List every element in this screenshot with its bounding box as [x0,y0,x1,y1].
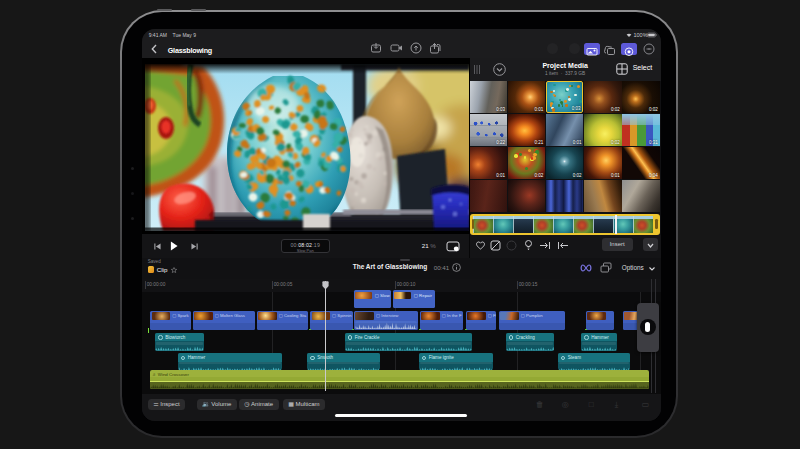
svg-text:100%: 100% [633,32,647,38]
